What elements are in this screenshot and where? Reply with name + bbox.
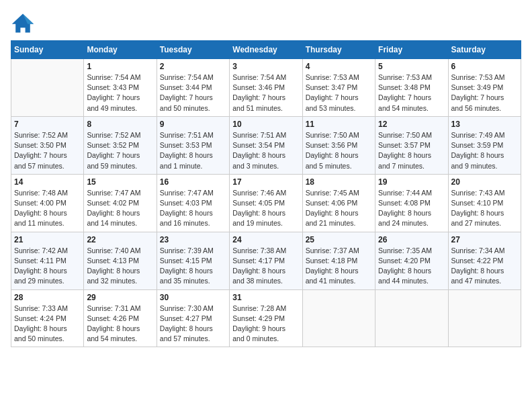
day-info: Sunrise: 7:33 AMSunset: 4:24 PMDaylight:…	[14, 304, 81, 345]
day-number: 13	[451, 120, 518, 129]
calendar-cell: 25Sunrise: 7:37 AMSunset: 4:18 PMDayligh…	[302, 232, 375, 289]
calendar-cell: 24Sunrise: 7:38 AMSunset: 4:17 PMDayligh…	[230, 232, 302, 289]
day-info: Sunrise: 7:34 AMSunset: 4:22 PMDaylight:…	[451, 246, 518, 287]
calendar-cell: 28Sunrise: 7:33 AMSunset: 4:24 PMDayligh…	[11, 289, 84, 347]
calendar-cell: 22Sunrise: 7:40 AMSunset: 4:13 PMDayligh…	[84, 232, 157, 289]
day-info: Sunrise: 7:44 AMSunset: 4:08 PMDaylight:…	[378, 188, 445, 229]
day-number: 18	[306, 177, 372, 187]
calendar-cell: 2Sunrise: 7:54 AMSunset: 3:44 PMDaylight…	[157, 59, 229, 117]
day-number: 15	[87, 177, 153, 187]
calendar-cell	[448, 289, 521, 347]
day-number: 30	[160, 293, 226, 302]
day-info: Sunrise: 7:28 AMSunset: 4:29 PMDaylight:…	[232, 304, 299, 345]
week-row-1: 7Sunrise: 7:52 AMSunset: 3:50 PMDaylight…	[11, 116, 521, 174]
calendar-cell: 6Sunrise: 7:53 AMSunset: 3:49 PMDaylight…	[448, 59, 521, 117]
day-info: Sunrise: 7:48 AMSunset: 4:00 PMDaylight:…	[14, 188, 81, 229]
weekday-header-row: SundayMondayTuesdayWednesdayThursdayFrid…	[11, 41, 521, 59]
calendar-cell: 29Sunrise: 7:31 AMSunset: 4:26 PMDayligh…	[84, 289, 157, 347]
day-info: Sunrise: 7:53 AMSunset: 3:49 PMDaylight:…	[451, 73, 518, 113]
day-info: Sunrise: 7:43 AMSunset: 4:10 PMDaylight:…	[451, 188, 518, 229]
day-info: Sunrise: 7:47 AMSunset: 4:02 PMDaylight:…	[87, 188, 153, 229]
day-info: Sunrise: 7:42 AMSunset: 4:11 PMDaylight:…	[14, 246, 81, 287]
day-number: 7	[14, 120, 81, 129]
calendar-cell: 17Sunrise: 7:46 AMSunset: 4:05 PMDayligh…	[230, 174, 302, 232]
calendar-cell: 19Sunrise: 7:44 AMSunset: 4:08 PMDayligh…	[375, 174, 448, 232]
week-row-0: 1Sunrise: 7:54 AMSunset: 3:43 PMDaylight…	[11, 59, 521, 117]
weekday-header-sunday: Sunday	[11, 41, 84, 59]
day-info: Sunrise: 7:39 AMSunset: 4:15 PMDaylight:…	[160, 246, 226, 287]
day-info: Sunrise: 7:54 AMSunset: 3:44 PMDaylight:…	[160, 73, 226, 113]
day-info: Sunrise: 7:53 AMSunset: 3:47 PMDaylight:…	[306, 73, 372, 113]
day-number: 9	[160, 120, 226, 129]
calendar-cell: 15Sunrise: 7:47 AMSunset: 4:02 PMDayligh…	[84, 174, 157, 232]
day-number: 14	[14, 177, 81, 187]
day-info: Sunrise: 7:38 AMSunset: 4:17 PMDaylight:…	[232, 246, 299, 287]
day-info: Sunrise: 7:52 AMSunset: 3:50 PMDaylight:…	[14, 130, 81, 171]
calendar-cell: 18Sunrise: 7:45 AMSunset: 4:06 PMDayligh…	[302, 174, 375, 232]
weekday-header-thursday: Thursday	[302, 41, 375, 59]
day-info: Sunrise: 7:51 AMSunset: 3:53 PMDaylight:…	[160, 130, 226, 171]
day-info: Sunrise: 7:35 AMSunset: 4:20 PMDaylight:…	[378, 246, 445, 287]
calendar-cell: 5Sunrise: 7:53 AMSunset: 3:48 PMDaylight…	[375, 59, 448, 117]
day-number: 25	[306, 235, 372, 244]
calendar-cell: 14Sunrise: 7:48 AMSunset: 4:00 PMDayligh…	[11, 174, 84, 232]
day-info: Sunrise: 7:30 AMSunset: 4:27 PMDaylight:…	[160, 304, 226, 345]
day-info: Sunrise: 7:45 AMSunset: 4:06 PMDaylight:…	[306, 188, 372, 229]
calendar-cell: 30Sunrise: 7:30 AMSunset: 4:27 PMDayligh…	[157, 289, 229, 347]
day-number: 22	[87, 235, 153, 244]
day-number: 23	[160, 235, 226, 244]
day-info: Sunrise: 7:37 AMSunset: 4:18 PMDaylight:…	[306, 246, 372, 287]
calendar-cell: 11Sunrise: 7:50 AMSunset: 3:56 PMDayligh…	[302, 116, 375, 174]
day-number: 3	[232, 62, 299, 71]
calendar-cell: 3Sunrise: 7:54 AMSunset: 3:46 PMDaylight…	[230, 59, 302, 117]
day-number: 31	[232, 293, 299, 302]
logo	[11, 11, 38, 35]
day-info: Sunrise: 7:54 AMSunset: 3:43 PMDaylight:…	[87, 73, 153, 113]
day-info: Sunrise: 7:31 AMSunset: 4:26 PMDaylight:…	[87, 304, 153, 345]
calendar-cell	[302, 289, 375, 347]
day-number: 8	[87, 120, 153, 129]
day-info: Sunrise: 7:54 AMSunset: 3:46 PMDaylight:…	[232, 73, 299, 113]
day-number: 6	[451, 62, 518, 71]
calendar-cell: 7Sunrise: 7:52 AMSunset: 3:50 PMDaylight…	[11, 116, 84, 174]
day-info: Sunrise: 7:50 AMSunset: 3:56 PMDaylight:…	[306, 130, 372, 171]
calendar-cell: 20Sunrise: 7:43 AMSunset: 4:10 PMDayligh…	[448, 174, 521, 232]
day-number: 5	[378, 62, 445, 71]
calendar-cell: 13Sunrise: 7:49 AMSunset: 3:59 PMDayligh…	[448, 116, 521, 174]
day-number: 17	[232, 177, 299, 187]
day-number: 24	[232, 235, 299, 244]
calendar-cell: 12Sunrise: 7:50 AMSunset: 3:57 PMDayligh…	[375, 116, 448, 174]
day-number: 4	[306, 62, 372, 71]
calendar-cell: 4Sunrise: 7:53 AMSunset: 3:47 PMDaylight…	[302, 59, 375, 117]
calendar-cell: 8Sunrise: 7:52 AMSunset: 3:52 PMDaylight…	[84, 116, 157, 174]
day-info: Sunrise: 7:46 AMSunset: 4:05 PMDaylight:…	[232, 188, 299, 229]
weekday-header-friday: Friday	[375, 41, 448, 59]
day-info: Sunrise: 7:52 AMSunset: 3:52 PMDaylight:…	[87, 130, 153, 171]
day-number: 10	[232, 120, 299, 129]
day-info: Sunrise: 7:51 AMSunset: 3:54 PMDaylight:…	[232, 130, 299, 171]
calendar-cell: 27Sunrise: 7:34 AMSunset: 4:22 PMDayligh…	[448, 232, 521, 289]
weekday-header-saturday: Saturday	[448, 41, 521, 59]
day-info: Sunrise: 7:40 AMSunset: 4:13 PMDaylight:…	[87, 246, 153, 287]
day-number: 20	[451, 177, 518, 187]
day-info: Sunrise: 7:50 AMSunset: 3:57 PMDaylight:…	[378, 130, 445, 171]
day-number: 19	[378, 177, 445, 187]
calendar-cell	[11, 59, 84, 117]
day-number: 12	[378, 120, 445, 129]
day-info: Sunrise: 7:47 AMSunset: 4:03 PMDaylight:…	[160, 188, 226, 229]
week-row-3: 21Sunrise: 7:42 AMSunset: 4:11 PMDayligh…	[11, 232, 521, 289]
weekday-header-wednesday: Wednesday	[230, 41, 302, 59]
calendar-cell: 9Sunrise: 7:51 AMSunset: 3:53 PMDaylight…	[157, 116, 229, 174]
day-number: 28	[14, 293, 81, 302]
calendar-cell: 23Sunrise: 7:39 AMSunset: 4:15 PMDayligh…	[157, 232, 229, 289]
day-number: 29	[87, 293, 153, 302]
page-header	[11, 11, 521, 35]
day-number: 21	[14, 235, 81, 244]
logo-icon	[11, 11, 35, 35]
day-info: Sunrise: 7:53 AMSunset: 3:48 PMDaylight:…	[378, 73, 445, 113]
day-info: Sunrise: 7:49 AMSunset: 3:59 PMDaylight:…	[451, 130, 518, 171]
calendar-cell: 31Sunrise: 7:28 AMSunset: 4:29 PMDayligh…	[230, 289, 302, 347]
calendar: SundayMondayTuesdayWednesdayThursdayFrid…	[11, 40, 521, 347]
calendar-cell: 21Sunrise: 7:42 AMSunset: 4:11 PMDayligh…	[11, 232, 84, 289]
week-row-2: 14Sunrise: 7:48 AMSunset: 4:00 PMDayligh…	[11, 174, 521, 232]
